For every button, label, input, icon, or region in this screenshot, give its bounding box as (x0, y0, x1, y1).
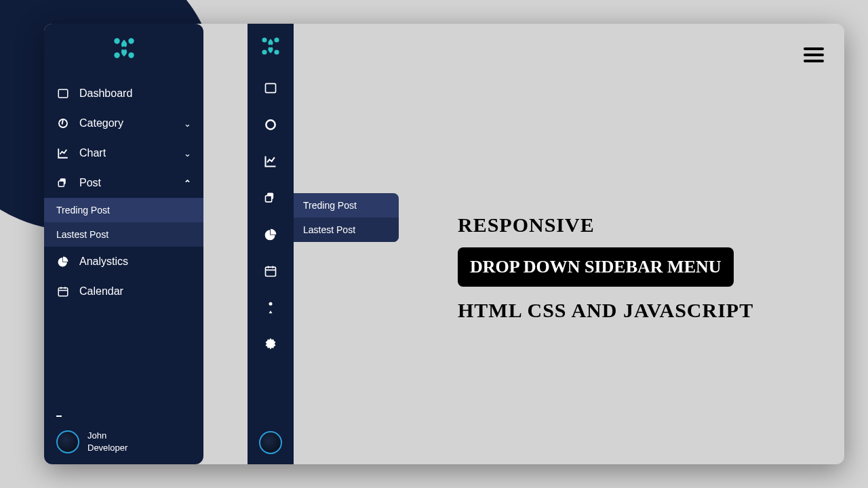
avatar-mini[interactable] (259, 431, 282, 454)
sidebar-sub-trending[interactable]: Treding Post (44, 198, 203, 222)
logo-collapsed (258, 34, 283, 61)
user-role: Developer (87, 442, 127, 454)
user-meta: John Developer (87, 430, 127, 454)
joomla-icon (258, 34, 283, 58)
post-flyout: Treding Post Lastest Post (294, 193, 399, 242)
main-panel: Dashboard Category ⌄ Chart ⌄ Post ⌃ Tred… (44, 24, 844, 464)
hamburger-icon[interactable] (804, 44, 824, 66)
mini-category[interactable] (257, 111, 284, 138)
hero-text: RESPONSIVE DROP DOWN SIDEBAR MENU HTML C… (458, 214, 753, 333)
avatar (56, 430, 79, 453)
svg-point-10 (262, 37, 267, 42)
logo-expanded (44, 34, 203, 65)
svg-rect-5 (58, 89, 68, 98)
user-name: John (87, 430, 127, 442)
mini-dashboard[interactable] (257, 75, 284, 102)
mini-settings[interactable] (257, 331, 284, 358)
sidebar-item-label: Calendar (79, 285, 191, 298)
svg-point-2 (114, 52, 119, 58)
sidebar-item-label: Analystics (79, 256, 191, 268)
svg-rect-9 (58, 288, 68, 296)
flyout-latest[interactable]: Lastest Post (294, 218, 399, 242)
sidebar-expanded: Dashboard Category ⌄ Chart ⌄ Post ⌃ Tred… (44, 24, 203, 464)
hero-line2: DROP DOWN SIDEBAR MENU (458, 247, 734, 287)
mini-user[interactable] (257, 294, 284, 321)
svg-point-12 (262, 49, 267, 54)
hero-line1: RESPONSIVE (458, 214, 753, 237)
dashboard-icon (56, 87, 70, 100)
mini-post[interactable] (257, 184, 284, 211)
mini-chart[interactable] (257, 148, 284, 175)
svg-rect-19 (266, 267, 276, 276)
svg-point-14 (269, 45, 272, 47)
chart-icon (56, 147, 70, 159)
sidebar-item-dashboard[interactable]: Dashboard (44, 79, 203, 108)
sidebar-item-post[interactable]: Post ⌃ (44, 168, 203, 198)
chevron-down-icon: ⌄ (184, 119, 191, 129)
post-icon (56, 177, 70, 189)
sidebar-item-analytics[interactable]: Analystics (44, 247, 203, 277)
chevron-up-icon: ⌃ (184, 178, 191, 188)
analytics-icon (56, 256, 70, 268)
svg-rect-18 (266, 196, 272, 202)
svg-point-3 (128, 52, 134, 58)
user-section[interactable]: John Developer (56, 430, 127, 454)
category-icon (56, 117, 70, 129)
sidebar-item-calendar[interactable]: Calendar (44, 277, 203, 306)
chevron-down-icon: ⌄ (184, 148, 191, 159)
mini-analytics[interactable] (257, 221, 284, 248)
hero-line3: HTML CSS AND JAVASCRIPT (458, 299, 753, 322)
svg-point-13 (274, 49, 279, 54)
sidebar-item-label: Dashboard (79, 87, 191, 100)
sidebar-item-label: Post (79, 177, 184, 189)
sidebar-item-label: Category (79, 117, 184, 129)
svg-point-0 (114, 38, 119, 43)
svg-rect-8 (58, 181, 64, 186)
svg-point-4 (122, 46, 125, 49)
svg-point-11 (274, 37, 279, 42)
sidebar-item-chart[interactable]: Chart ⌄ (44, 138, 203, 168)
calendar-icon (56, 285, 70, 298)
svg-point-1 (128, 38, 134, 43)
sidebar-item-label: Chart (79, 147, 184, 159)
svg-point-20 (269, 302, 273, 306)
mini-calendar[interactable] (257, 258, 284, 285)
dash-mark (56, 415, 62, 417)
svg-point-16 (266, 120, 275, 129)
sidebar-sub-latest[interactable]: Lastest Post (44, 222, 203, 247)
flyout-trending[interactable]: Treding Post (294, 193, 399, 218)
joomla-icon (110, 34, 138, 62)
sidebar-item-category[interactable]: Category ⌄ (44, 108, 203, 138)
svg-rect-15 (266, 83, 276, 92)
sidebar-collapsed (248, 24, 294, 464)
